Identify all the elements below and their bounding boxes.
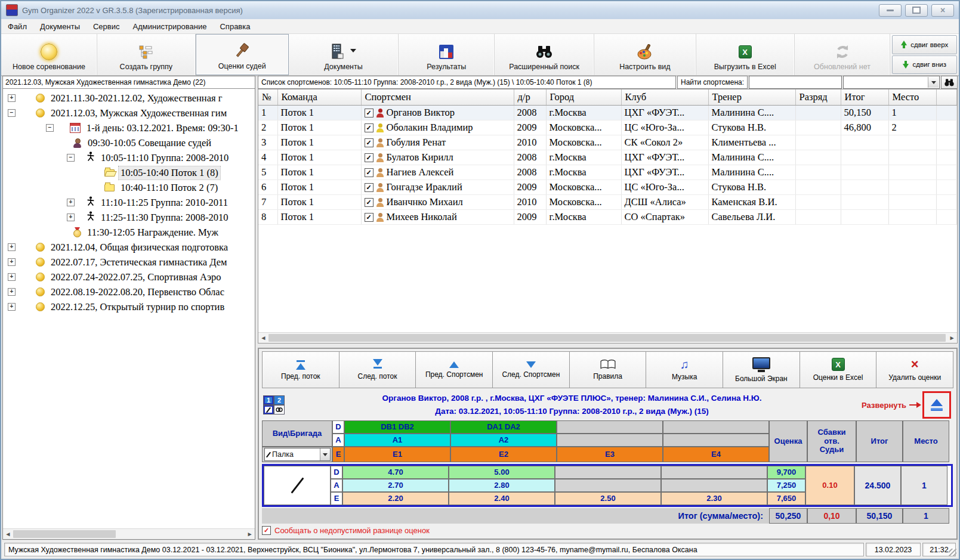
score-d3[interactable]: [555, 466, 661, 479]
athlete-row[interactable]: 1Поток 1 Органов Виктор 2008г.МоскваЦХГ …: [258, 106, 957, 120]
athlete-row[interactable]: 3Поток 1 Гобулия Ренат 2010Московска...С…: [258, 135, 957, 150]
shift-down-button[interactable]: сдвиг вниз: [892, 55, 957, 75]
tree-item-label[interactable]: 09:30-10:05 Совещание судей: [86, 137, 213, 150]
col-club[interactable]: Клуб: [621, 89, 708, 106]
next-flow-button[interactable]: След. поток: [339, 352, 416, 388]
rings-apparatus-icon[interactable]: [274, 405, 285, 414]
tree-expander[interactable]: [8, 303, 16, 311]
tree-horizontal-scrollbar[interactable]: ◂ ▸: [3, 528, 255, 539]
apparatus-select[interactable]: Палка: [264, 448, 331, 461]
tab-page-2[interactable]: 2: [274, 395, 285, 405]
tree-item-label[interactable]: 11:30-12:05 Награждение. Муж: [85, 226, 220, 239]
athlete-row[interactable]: 6Поток 1 Гонгадзе Ираклий 2009Московска.…: [258, 180, 957, 195]
tree-expander[interactable]: [8, 243, 16, 251]
music-button[interactable]: ♫Музыка: [646, 352, 723, 388]
judge-scores-button[interactable]: Оценки судей: [196, 34, 289, 75]
menu-file[interactable]: Файл: [1, 20, 33, 33]
tree-item-label[interactable]: 2022.08.19-2022.08.20, Первенство Облас: [49, 286, 226, 299]
menu-service[interactable]: Сервис: [87, 20, 126, 33]
documents-button[interactable]: Документы: [289, 34, 399, 75]
athlete-checkbox[interactable]: [365, 138, 373, 147]
score-a4[interactable]: [661, 479, 767, 492]
col-rank[interactable]: Разряд: [795, 89, 841, 106]
col-coach[interactable]: Тренер: [708, 89, 795, 106]
chevron-down-icon[interactable]: [320, 448, 330, 460]
advanced-search-button[interactable]: Расширенный поиск: [495, 34, 594, 75]
score-a1[interactable]: 2.70: [342, 479, 449, 492]
tree-expander[interactable]: [67, 199, 75, 206]
tree-expander[interactable]: [8, 273, 16, 281]
export-excel-button[interactable]: Выгрузить в Excel: [696, 34, 795, 75]
tree-expander[interactable]: [67, 214, 75, 221]
scroll-right-icon[interactable]: ▸: [947, 333, 957, 343]
tree-expander[interactable]: [8, 94, 16, 102]
score-d4[interactable]: [661, 466, 767, 479]
stick-apparatus-icon[interactable]: [263, 405, 274, 414]
athlete-checkbox[interactable]: [365, 213, 373, 222]
tree-item-label[interactable]: 2021.12.03, Мужская Художественная гим: [49, 107, 229, 120]
menu-help[interactable]: Справка: [213, 20, 257, 33]
scroll-thumb[interactable]: [268, 334, 946, 342]
athlete-row[interactable]: 8Поток 1 Михеев Николай 2009г.МоскваСО «…: [258, 210, 957, 225]
col-city[interactable]: Город: [546, 89, 621, 106]
tree-expander[interactable]: [8, 288, 16, 296]
col-birthyear[interactable]: д/р: [514, 89, 546, 106]
find-athlete-input[interactable]: [749, 76, 842, 89]
athlete-row[interactable]: 7Поток 1 Иванчнко Михаил 2010Московска..…: [258, 195, 957, 210]
score-e1[interactable]: 2.20: [342, 492, 449, 505]
tab-page-1[interactable]: 1: [263, 395, 274, 405]
resize-grip[interactable]: [949, 549, 956, 556]
create-group-button[interactable]: Создать группу: [97, 34, 196, 75]
col-team[interactable]: Команда: [277, 89, 361, 106]
scroll-right-icon[interactable]: ▸: [245, 529, 255, 539]
scroll-thumb[interactable]: [13, 530, 116, 538]
next-athlete-button[interactable]: След. Спортсмен: [493, 352, 570, 388]
athlete-checkbox[interactable]: [365, 109, 373, 117]
menu-documents[interactable]: Документы: [33, 20, 87, 33]
prev-flow-button[interactable]: Пред. поток: [263, 352, 339, 388]
selected-score-row[interactable]: D 4.70 5.00 9,700 0.10 24.500 1 A 2.70 2…: [262, 464, 953, 507]
tree-item-label[interactable]: 2021.12.04, Общая физическая подготовка: [49, 241, 230, 254]
score-a3[interactable]: [555, 479, 661, 492]
athlete-checkbox[interactable]: [365, 168, 373, 177]
close-button[interactable]: ×: [931, 4, 954, 17]
tree-item-label[interactable]: 2022.12.25, Открытый турнир по спортив: [49, 301, 226, 314]
score-d2[interactable]: 5.00: [449, 466, 555, 479]
athlete-checkbox[interactable]: [365, 198, 373, 207]
tree-item-label-selected[interactable]: 10:05-10:40 Поток 1 (8): [119, 166, 220, 180]
tree-item-label[interactable]: 2022.07.17, Эстетическая гимнастика Дем: [49, 256, 229, 269]
results-button[interactable]: Результаты: [399, 34, 495, 75]
maximize-button[interactable]: [905, 4, 928, 17]
minimize-button[interactable]: [879, 4, 902, 17]
score-d1[interactable]: 4.70: [342, 466, 449, 479]
score-e3[interactable]: 2.50: [555, 492, 661, 505]
tree-expander[interactable]: [8, 258, 16, 266]
athlete-row[interactable]: 5Поток 1 Нагиев Алексей 2008г.МоскваЦХГ …: [258, 165, 957, 180]
tree-item-label[interactable]: 10:05-11:10 Группа: 2008-2010: [99, 151, 230, 165]
tree-item-label[interactable]: 11:25-11:30 Группа: 2008-2010: [99, 211, 230, 224]
configure-view-button[interactable]: Настроить вид: [594, 34, 696, 75]
tree-item-label[interactable]: 11:10-11:25 Группа: 2010-2011: [99, 196, 230, 209]
col-total[interactable]: Итог: [841, 89, 888, 106]
tree-expander[interactable]: [67, 154, 75, 162]
scroll-left-icon[interactable]: ◂: [258, 333, 268, 343]
score-e2[interactable]: 2.40: [449, 492, 555, 505]
shift-up-button[interactable]: сдвиг вверх: [892, 35, 957, 54]
col-place[interactable]: Место: [888, 89, 936, 106]
scroll-left-icon[interactable]: ◂: [3, 529, 13, 539]
scores-to-excel-button[interactable]: Оценки в Excel: [800, 352, 877, 388]
documents-dropdown-icon[interactable]: [350, 49, 356, 55]
athlete-checkbox[interactable]: [365, 123, 373, 132]
big-screen-button[interactable]: Большой Экран: [723, 352, 800, 388]
tree-expander[interactable]: [46, 124, 54, 132]
menu-administration[interactable]: Администрирование: [126, 20, 214, 33]
athlete-row[interactable]: 4Поток 1 Булатов Кирилл 2008г.МоскваЦХГ …: [258, 150, 957, 165]
athlete-row[interactable]: 2Поток 1 Оболакин Владимир 2009Московска…: [258, 120, 957, 135]
athlete-checkbox[interactable]: [365, 183, 373, 192]
tree-item-label[interactable]: 1-й день: 03.12.2021. Время: 09:30-1: [85, 122, 240, 135]
delete-scores-button[interactable]: ×Удалить оценки: [876, 352, 953, 388]
rules-button[interactable]: Правила: [570, 352, 647, 388]
table-horizontal-scrollbar[interactable]: ◂ ▸: [258, 332, 957, 343]
score-e4[interactable]: 2.30: [661, 492, 767, 505]
expand-panel-button[interactable]: [922, 391, 951, 419]
